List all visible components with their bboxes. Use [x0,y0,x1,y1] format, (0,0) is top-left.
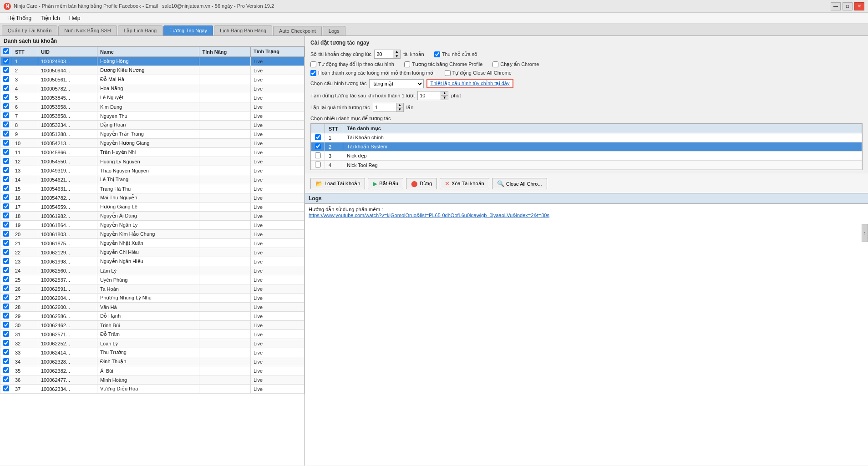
table-row[interactable]: 37 100062334... Vương Diệu Hoa Live [0,385,305,394]
row-checkbox-cell[interactable] [0,239,12,248]
table-row[interactable]: 32 100062252... Loan Lý Live [0,339,305,348]
table-row[interactable]: 31 100062571... Đỗ Trâm Live [0,330,305,339]
row-checkbox[interactable] [3,140,9,146]
table-row[interactable]: 10 100054213... Nguyễn Hương Giang Live [0,139,305,148]
table-row[interactable]: 5 100053845... Lê Nguyệt Live [0,93,305,102]
tam-dung-up[interactable]: ▲ [441,91,448,96]
row-checkbox-cell[interactable] [0,294,12,303]
chon-cau-hinh-select[interactable]: tăng mặt [369,79,424,88]
menu-he-thong[interactable]: Hệ Thống [3,14,36,22]
table-row[interactable]: 27 100062604... Phương Nhung Lý Nhu Live [0,294,305,303]
row-checkbox-cell[interactable] [0,257,12,266]
row-checkbox[interactable] [3,249,9,255]
row-checkbox[interactable] [3,122,9,127]
row-checkbox[interactable] [3,258,9,264]
table-row[interactable]: 2 100050944... Dương Kiều Nương Live [0,66,305,75]
row-checkbox-cell[interactable] [0,212,12,221]
row-checkbox[interactable] [3,376,9,382]
tab-logs[interactable]: Logs [323,26,345,35]
cat-checkbox-cell[interactable] [311,142,325,152]
row-checkbox[interactable] [3,158,9,164]
table-row[interactable]: 24 100062560... Lâm Lý Live [0,266,305,275]
table-row[interactable]: 20 100061803... Nguyễn Kim Hảo Chung Liv… [0,230,305,239]
row-checkbox[interactable] [3,103,9,109]
lap-lai-input[interactable] [373,104,396,111]
row-checkbox[interactable] [3,331,9,337]
table-row[interactable]: 19 100061864... Nguyễn Ngân Ly Live [0,221,305,230]
close-button[interactable]: ✕ [854,2,864,10]
table-row[interactable]: 36 100062477... Minh Hoàng Live [0,375,305,385]
dung-button[interactable]: ⬤ Dừng [406,178,437,189]
row-checkbox-cell[interactable] [0,148,12,157]
right-edge-arrow[interactable]: › [862,224,868,242]
row-checkbox[interactable] [3,85,9,91]
row-checkbox-cell[interactable] [0,84,12,93]
row-checkbox[interactable] [3,276,9,282]
table-row[interactable]: 23 100061998... Nguyễn Ngân Hiếu Live [0,257,305,266]
row-checkbox-cell[interactable] [0,230,12,239]
bat-dau-button[interactable]: ▶ Bắt Đầu [368,178,403,189]
maximize-button[interactable]: □ [843,2,853,10]
lap-lai-down[interactable]: ▼ [396,107,403,111]
table-row[interactable]: 6 100053558... Kim Dung Live [0,102,305,111]
table-row[interactable]: 34 100062328... Đinh Thuận Live [0,357,305,366]
table-row[interactable]: 25 100062537... Uyên Phùng Live [0,275,305,284]
row-checkbox[interactable] [3,385,9,391]
thiet-lap-link[interactable]: Thiết lập cấu hình tùy chỉnh tại đây [426,79,513,88]
row-checkbox[interactable] [3,94,9,100]
table-row[interactable]: 21 100061875... Nguyễn Nhật Xuân Live [0,239,305,248]
row-checkbox[interactable] [3,267,9,273]
row-checkbox[interactable] [3,203,9,209]
row-checkbox[interactable] [3,76,9,82]
so-tai-khoan-up[interactable]: ▲ [393,50,400,54]
row-checkbox[interactable] [3,112,9,118]
table-row[interactable]: 35 100062382... Ái Bùi Live [0,366,305,375]
cat-checkbox[interactable] [315,134,321,140]
logs-link[interactable]: https://www.youtube.com/watch?v=kjGomolO… [309,213,549,218]
table-row[interactable]: 4 100005782... Hoa Nắng Live [0,84,305,93]
row-checkbox[interactable] [3,322,9,328]
row-checkbox[interactable] [3,131,9,137]
row-checkbox[interactable] [3,231,9,237]
tam-dung-input[interactable] [418,92,441,99]
row-checkbox-cell[interactable] [0,166,12,175]
table-row[interactable]: 22 100062129... Nguyễn Chi Hiếu Live [0,248,305,257]
cat-checkbox-cell[interactable] [311,133,325,142]
table-row[interactable]: 14 100054621... Lê Thị Trang Live [0,175,305,184]
row-checkbox[interactable] [3,349,9,355]
row-checkbox-cell[interactable] [0,303,12,312]
row-checkbox-cell[interactable] [0,366,12,375]
row-checkbox-cell[interactable] [0,130,12,139]
row-checkbox-cell[interactable] [0,248,12,257]
tab-quan-ly[interactable]: Quản Lý Tài Khoản [2,25,57,35]
row-checkbox-cell[interactable] [0,111,12,121]
row-checkbox-cell[interactable] [0,221,12,230]
cat-checkbox[interactable] [315,143,321,149]
row-checkbox[interactable] [3,185,9,191]
row-checkbox-cell[interactable] [0,312,12,321]
thu-nho-checkbox[interactable] [434,51,440,57]
menu-help[interactable]: Help [65,14,85,22]
row-checkbox[interactable] [3,176,9,182]
row-checkbox[interactable] [3,294,9,300]
row-checkbox[interactable] [3,167,9,173]
category-row[interactable]: 3 Nick đẹp [311,152,862,161]
th-select-all[interactable] [0,47,12,57]
table-row[interactable]: 9 100051288... Nguyễn Trần Trang Live [0,130,305,139]
cat-checkbox[interactable] [315,162,321,167]
tab-tuong-tac[interactable]: Tương Tác Ngay [163,25,213,35]
row-checkbox-cell[interactable] [0,339,12,348]
row-checkbox[interactable] [3,222,9,228]
account-table-container[interactable]: STT UID Name Tính Năng Tình Trạng 1 1000… [0,46,305,466]
tuong-tac-chrome-checkbox[interactable] [404,61,410,67]
so-tai-khoan-input[interactable] [375,51,393,57]
row-checkbox[interactable] [3,67,9,73]
row-checkbox-cell[interactable] [0,193,12,203]
row-checkbox[interactable] [3,58,9,64]
table-row[interactable]: 13 100049319... Thao Nguyen Nguyen Live [0,166,305,175]
cat-checkbox[interactable] [315,152,321,158]
table-row[interactable]: 3 100050561... Đỗ Mai Hà Live [0,75,305,84]
category-row[interactable]: 2 Tài khoản System [311,142,862,152]
row-checkbox[interactable] [3,149,9,155]
row-checkbox-cell[interactable] [0,57,12,66]
